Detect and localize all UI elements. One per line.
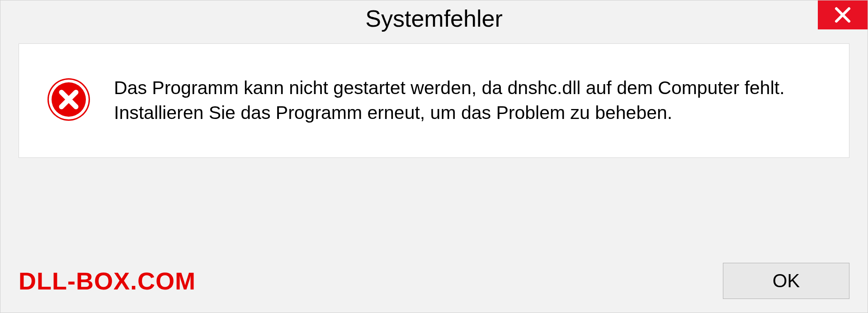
system-error-dialog: Systemfehler Das Programm kann nicht ges… [0,0,868,313]
ok-button[interactable]: OK [723,263,849,299]
watermark-text: DLL-BOX.COM [19,267,196,295]
close-icon [834,6,852,24]
titlebar: Systemfehler [0,0,868,37]
error-message: Das Programm kann nicht gestartet werden… [114,76,822,126]
dialog-footer: DLL-BOX.COM OK [19,263,849,299]
error-icon [46,77,91,124]
content-area: Das Programm kann nicht gestartet werden… [19,43,849,158]
dialog-title: Systemfehler [365,5,502,32]
close-button[interactable] [818,0,868,29]
